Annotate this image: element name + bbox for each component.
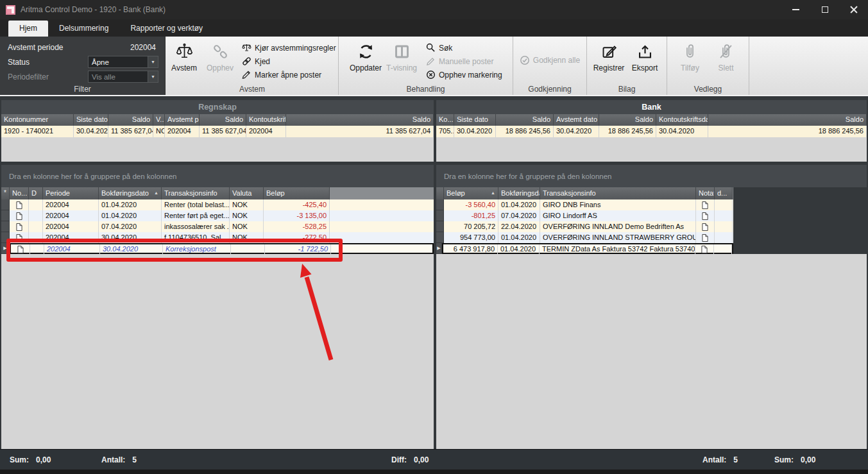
column-header[interactable]: Saldo [708, 114, 867, 126]
oppdater-button[interactable]: Oppdater [348, 38, 384, 82]
manuelle-poster-button[interactable]: Manuelle poster [426, 55, 502, 68]
document-icon [702, 212, 708, 220]
regnskap-row[interactable]: 202004 07.04.2020 inkassosalærer sak ...… [1, 221, 434, 232]
bank-panel: Bank Ko... Siste dato Saldo Avstemt dato… [436, 100, 867, 449]
registrer-button[interactable]: Registrer [591, 38, 627, 72]
column-header[interactable]: Kontonummer [1, 114, 74, 126]
notat-cell[interactable] [10, 221, 29, 232]
marker-apne-poster-button[interactable]: Marker åpne poster [242, 68, 336, 81]
column-header[interactable]: Siste dato [454, 114, 496, 126]
row-indicator [1, 221, 10, 232]
regnskap-row[interactable]: 202004 01.04.2020 Renter ført på eget...… [1, 210, 434, 221]
refresh-icon [357, 41, 375, 62]
bank-panel-title: Bank [436, 100, 867, 114]
notat-cell[interactable] [696, 221, 715, 232]
t-view-icon [393, 41, 411, 62]
edit-register-icon [600, 41, 618, 62]
periodefilter-label: Periodefilter [8, 72, 49, 81]
tab-delsummering[interactable]: Delsummering [48, 21, 119, 37]
column-header-valuta[interactable]: Valuta [230, 187, 264, 199]
column-header-transaksjonsinfo[interactable]: Transaksjonsinfo [162, 187, 230, 199]
opphev-markering-button[interactable]: Opphev markering [426, 68, 502, 81]
column-header-d[interactable]: D [29, 187, 43, 199]
bank-row[interactable]: 70 205,72 22.04.2020 OVERFØRING INNLAND … [436, 221, 733, 232]
column-header[interactable]: Kontoutskriftsdato [656, 114, 708, 126]
circle-check-icon [520, 55, 530, 65]
grid-empty-area [436, 254, 867, 449]
bank-row-selected[interactable]: ▶ 6 473 917,80 01.04.2020 TERMIN ZData A… [436, 243, 733, 254]
minimize-icon [792, 9, 799, 10]
bank-summary-row[interactable]: 705... 30.04.2020 18 886 245,56 30.04.20… [436, 126, 867, 137]
notat-cell[interactable] [696, 232, 715, 243]
column-header[interactable]: Saldo [200, 114, 246, 126]
notat-cell[interactable] [695, 244, 714, 255]
column-header[interactable]: Saldo [286, 114, 434, 126]
row-indicator [436, 232, 444, 243]
status-select[interactable]: Åpne ▼ [88, 56, 158, 68]
regnskap-summary-row[interactable]: 1920 - 1740021 30.04.2020 11 385 627,04 … [1, 126, 434, 137]
indicator-header: * [1, 187, 10, 199]
column-header-notat[interactable]: Notat [696, 187, 715, 199]
column-header[interactable]: Kontoutskrift... [246, 114, 286, 126]
regnskap-group-by-area[interactable]: Dra en kolonne her for å gruppere på den… [1, 165, 434, 187]
circle-x-icon [426, 70, 436, 80]
bank-row[interactable]: -801,25 07.04.2020 GIRO Lindorff AS [436, 210, 733, 221]
annotation-rectangle [6, 239, 343, 262]
column-header-notat[interactable]: No... [10, 187, 29, 199]
tab-hjem[interactable]: Hjem [8, 21, 48, 37]
right-sum-field: Sum:0,00 [774, 455, 815, 464]
app-icon [6, 5, 15, 15]
t-visning-button[interactable]: T-visning [384, 38, 420, 82]
bank-row[interactable]: 954 773,00 01.04.2020 OVERFØRING INNLAND… [436, 232, 733, 243]
kjor-avstemmingsregler-button[interactable]: Kjør avstemmingsregler [242, 41, 336, 55]
chevron-down-icon: ▼ [151, 60, 155, 64]
column-header[interactable]: Ko... [436, 114, 454, 126]
document-icon [16, 223, 22, 231]
column-header-bokforingsdato[interactable]: Bokføringsdato [498, 187, 540, 199]
column-header[interactable]: Saldo [108, 114, 153, 126]
filter-group-caption: Filter [0, 85, 165, 94]
close-button[interactable] [839, 0, 868, 19]
column-header-transaksjonsinfo[interactable]: Transaksjonsinfo [540, 187, 696, 199]
document-icon [702, 201, 708, 209]
window-title: Aritma Control Demo - 1920 - Bank (Bank) [21, 5, 166, 14]
bank-row[interactable]: -3 560,40 01.04.2020 GIRO DNB Finans [436, 199, 733, 210]
maximize-button[interactable] [810, 0, 839, 19]
periodefilter-select[interactable]: Vis alle ▼ [88, 71, 158, 83]
opphev-button[interactable]: Opphev [202, 38, 238, 82]
balance-scale-small-icon [242, 43, 251, 53]
eksport-button[interactable]: Eksport [627, 38, 663, 72]
kjed-button[interactable]: Kjed [242, 55, 336, 68]
column-header[interactable]: Siste dato [74, 114, 108, 126]
indicator-header [436, 187, 444, 199]
column-header-belop[interactable]: Beløp [264, 187, 330, 199]
regnskap-row[interactable]: 202004 01.04.2020 Renter (total belast..… [1, 199, 434, 210]
document-icon [16, 212, 22, 220]
column-header-d[interactable]: d... [715, 187, 733, 199]
ribbon-group-avstem: Avstem Opphev [166, 37, 339, 95]
bank-group-by-area[interactable]: Dra en kolonne her for å gruppere på den… [436, 165, 867, 187]
column-header[interactable]: Saldo [599, 114, 656, 126]
behandling-group-caption: Behandling [339, 85, 513, 94]
column-header[interactable]: V... [153, 114, 165, 126]
avstem-button[interactable]: Avstem [166, 38, 202, 82]
column-header-periode[interactable]: Periode [43, 187, 99, 199]
column-header-bokforingsdato[interactable]: Bokføringsdato▲ [99, 187, 162, 199]
notat-cell[interactable] [696, 199, 715, 210]
minimize-button[interactable] [781, 0, 810, 19]
column-header[interactable]: Saldo [496, 114, 554, 126]
paperclip-slash-button[interactable]: Slett [708, 38, 744, 72]
notat-cell[interactable] [10, 210, 29, 221]
column-header-belop[interactable]: Beløp▲ [444, 187, 498, 199]
regnskap-panel: Regnskap Kontonummer Siste dato Saldo V.… [1, 100, 434, 449]
notat-cell[interactable] [10, 199, 29, 210]
column-header[interactable]: Avstemt dato [554, 114, 599, 126]
tab-rapporter-og-verktoy[interactable]: Rapporter og verktøy [119, 21, 214, 37]
column-header[interactable]: Avstemt p... [165, 114, 200, 126]
godkjenn-alle-button[interactable]: Godkjenn alle [520, 54, 580, 67]
sok-button[interactable]: Søk [426, 41, 502, 55]
tilfoy-button[interactable]: Tilføy [672, 38, 708, 72]
chevron-down-icon: ▼ [151, 74, 155, 79]
notat-cell[interactable] [696, 210, 715, 221]
paperclip-icon [681, 41, 699, 62]
